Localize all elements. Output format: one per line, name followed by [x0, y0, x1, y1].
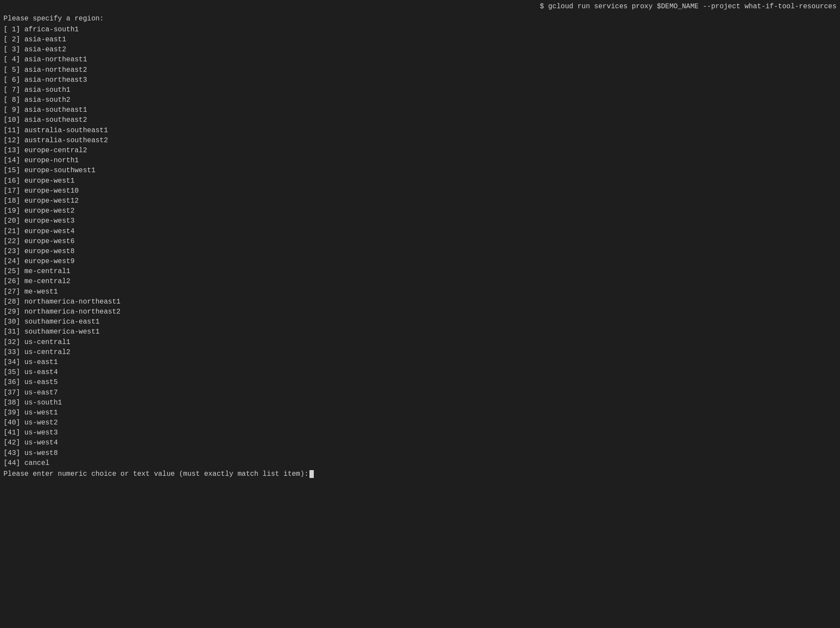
list-item: [ 1] africa-south1 — [3, 25, 837, 35]
list-item: [39] us-west1 — [3, 408, 837, 418]
list-item: [20] europe-west3 — [3, 216, 837, 226]
list-item: [42] us-west4 — [3, 438, 837, 448]
list-item: [ 5] asia-northeast2 — [3, 65, 837, 75]
list-item: [23] europe-west8 — [3, 247, 837, 257]
list-item: [17] europe-west10 — [3, 186, 837, 196]
list-item: [44] cancel — [3, 458, 837, 468]
list-item: [13] europe-central2 — [3, 146, 837, 156]
list-item: [ 2] asia-east1 — [3, 35, 837, 45]
command-line: $ gcloud run services proxy $DEMO_NAME -… — [0, 0, 840, 13]
cursor — [309, 470, 314, 478]
prompt-footer[interactable]: Please enter numeric choice or text valu… — [3, 469, 837, 479]
list-item: [28] northamerica-northeast1 — [3, 297, 837, 307]
list-item: [19] europe-west2 — [3, 206, 837, 216]
list-item: [ 6] asia-northeast3 — [3, 75, 837, 85]
list-item: [31] southamerica-west1 — [3, 327, 837, 337]
terminal-window: $ gcloud run services proxy $DEMO_NAME -… — [0, 0, 840, 628]
list-item: [27] me-west1 — [3, 287, 837, 297]
list-item: [25] me-central1 — [3, 267, 837, 277]
list-item: [40] us-west2 — [3, 418, 837, 428]
list-item: [22] europe-west6 — [3, 237, 837, 247]
list-item: [ 9] asia-southeast1 — [3, 105, 837, 115]
list-item: [30] southamerica-east1 — [3, 317, 837, 327]
list-item: [16] europe-west1 — [3, 176, 837, 186]
list-item: [41] us-west3 — [3, 428, 837, 438]
list-item: [ 8] asia-south2 — [3, 95, 837, 105]
list-item: [18] europe-west12 — [3, 196, 837, 206]
list-item: [ 4] asia-northeast1 — [3, 55, 837, 65]
list-item: [11] australia-southeast1 — [3, 126, 837, 136]
region-list: [ 1] africa-south1[ 2] asia-east1[ 3] as… — [3, 25, 837, 468]
list-item: [32] us-central1 — [3, 337, 837, 347]
list-item: [24] europe-west9 — [3, 257, 837, 267]
content-area: Please specify a region: [ 1] africa-sou… — [0, 13, 840, 628]
list-item: [10] asia-southeast2 — [3, 115, 837, 125]
list-item: [37] us-east7 — [3, 388, 837, 398]
list-item: [ 3] asia-east2 — [3, 45, 837, 55]
list-item: [43] us-west8 — [3, 448, 837, 458]
prompt-footer-text: Please enter numeric choice or text valu… — [3, 469, 309, 479]
list-item: [21] europe-west4 — [3, 227, 837, 237]
list-item: [26] me-central2 — [3, 277, 837, 287]
prompt-header: Please specify a region: — [3, 14, 837, 23]
list-item: [33] us-central2 — [3, 347, 837, 357]
list-item: [36] us-east5 — [3, 377, 837, 387]
list-item: [15] europe-southwest1 — [3, 166, 837, 176]
list-item: [29] northamerica-northeast2 — [3, 307, 837, 317]
list-item: [14] europe-north1 — [3, 156, 837, 166]
list-item: [ 7] asia-south1 — [3, 85, 837, 95]
list-item: [35] us-east4 — [3, 367, 837, 377]
list-item: [12] australia-southeast2 — [3, 136, 837, 146]
list-item: [38] us-south1 — [3, 398, 837, 408]
list-item: [34] us-east1 — [3, 357, 837, 367]
